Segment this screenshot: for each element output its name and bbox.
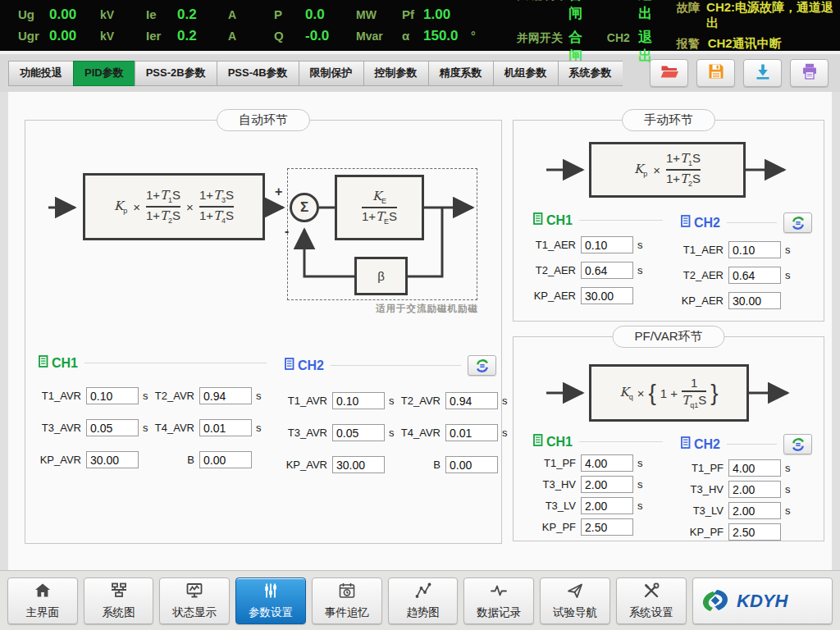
param-unit: s [385,395,398,407]
manual-ch2-group: CH2 T1_AERs T2_AERs KP_AER [681,212,812,309]
param-input[interactable] [728,481,781,498]
param-label: T1_PF [533,457,581,469]
param-unit: s [498,427,509,439]
sync-icon [475,358,490,373]
nav-main-screen[interactable]: 主界面 [7,578,78,624]
sync-icon [791,216,806,231]
exciter-block: KE1+TES [335,175,424,240]
nav-system-diagram[interactable]: 系统图 [84,578,154,624]
param-input[interactable] [86,419,139,436]
param-label: KP_AVR [285,459,332,471]
tab-limit-protection[interactable]: 限制保护 [299,61,363,86]
param-label: T3_LV [533,500,581,512]
nav-parameter-settings[interactable]: 参数设置 [235,578,306,624]
param-input[interactable] [332,392,385,409]
divider [84,363,267,363]
param-input[interactable] [86,451,139,468]
open-file-button[interactable] [650,59,688,87]
avr-transfer-function-block: Kp × 1+T1S1+T2S × 1+T3S1+T4S [83,173,265,240]
switch-status: 灭磁开关合闸 并网开关合闸 [517,0,596,66]
divider [727,444,777,445]
channel-title: CH2 [694,216,720,231]
copy-params-button[interactable] [783,212,812,233]
manual-ch1-header: CH1 [533,212,663,228]
divider [579,441,663,442]
tab-function-enable[interactable]: 功能投退 [8,61,73,86]
param-input[interactable] [581,497,633,514]
save-button[interactable] [696,59,735,87]
param-input[interactable] [332,424,385,441]
param-unit: s [633,500,645,512]
tab-pid-params[interactable]: PID参数 [73,61,135,86]
print-button[interactable] [790,59,829,87]
meas-value: 0.2 [177,7,228,23]
param-input[interactable] [581,518,633,536]
one-plus: 1 + [660,386,678,400]
pfvar-loop-panel: PF/VAR环节 Kq × { 1 + 1Tq1S } CH1 [513,336,824,541]
download-icon [754,62,772,84]
channel-title: CH1 [546,435,573,450]
copy-params-button[interactable] [468,355,496,376]
meas-label: α [402,29,423,43]
param-input[interactable] [728,267,781,284]
nav-event-recall[interactable]: 事件追忆 [312,578,382,624]
param-input[interactable] [581,476,633,493]
meas-label: Q [274,29,305,43]
param-input[interactable] [581,236,633,253]
tab-pss2b-params[interactable]: PSS-2B参数 [135,61,217,86]
param-input[interactable] [581,287,633,304]
nav-system-settings[interactable]: 系统设置 [616,578,687,624]
param-label: KP_PF [533,521,581,533]
channel-table-icon [533,212,543,228]
nav-status-display[interactable]: 状态显示 [159,578,230,624]
tab-control-params[interactable]: 控制参数 [363,61,428,86]
logo-kdyh[interactable]: KDYH [692,578,833,624]
param-input[interactable] [86,387,139,404]
nav-data-record[interactable]: 数据记录 [463,578,534,624]
param-input[interactable] [199,419,252,436]
save-floppy-icon [707,62,725,84]
param-input[interactable] [581,454,633,472]
param-input[interactable] [728,459,781,477]
param-input[interactable] [728,523,781,541]
param-unit: s [633,264,645,276]
minus-sign: - [285,224,289,239]
fault-label: 故障 [677,1,706,16]
param-label: T2_AVR [152,390,199,402]
param-unit: s [781,244,792,256]
warning-label: 报警 [677,37,708,52]
aer-transfer-function-block: Kp × 1+T1S1+T2S [589,142,746,198]
param-label: T4_AVR [398,427,445,439]
param-input[interactable] [728,502,781,519]
nav-test-navigation[interactable]: 试验导航 [540,578,610,624]
param-input[interactable] [445,456,498,473]
channel-table-icon [681,436,691,452]
tab-accuracy-coeff[interactable]: 精度系数 [428,61,493,86]
param-label: T1_AER [533,239,581,251]
sync-icon [791,437,806,452]
toolbar [650,59,832,87]
measurement-current: Ie0.2A Ier0.2A [146,7,262,44]
param-input[interactable] [199,387,252,404]
copy-params-button[interactable] [783,434,812,454]
param-unit: s [781,269,792,281]
param-input[interactable] [728,241,781,258]
tab-pss4b-params[interactable]: PSS-4B参数 [217,61,299,86]
nav-trend-chart[interactable]: 趋势图 [388,578,459,624]
tab-system-params[interactable]: 系统参数 [558,61,623,86]
channel-label: CH2 [607,31,638,44]
param-input[interactable] [728,292,781,309]
pfvar-ch1-header: CH1 [533,434,663,450]
meas-value: -0.0 [305,28,356,44]
download-params-button[interactable] [743,59,782,87]
main-area: 自动环节 Kp × 1+T1S1+T2S × 1+T3S1+T4S Σ + - [0,92,840,570]
param-input[interactable] [445,424,498,441]
param-input[interactable] [581,262,633,279]
tab-unit-params[interactable]: 机组参数 [493,61,558,86]
param-label: T3_HV [533,478,581,491]
param-input[interactable] [199,451,252,468]
channel-value: 退出 [638,0,665,23]
param-label: T1_PF [681,462,728,474]
param-input[interactable] [332,456,385,473]
param-input[interactable] [445,392,498,409]
